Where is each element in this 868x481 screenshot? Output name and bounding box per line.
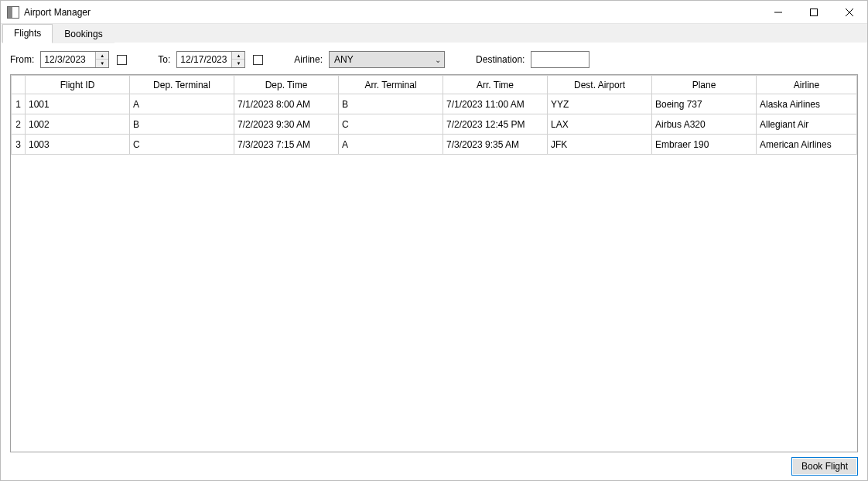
cell-airline[interactable]: American Airlines bbox=[757, 135, 857, 155]
cell-arr-time[interactable]: 7/3/2023 9:35 AM bbox=[443, 135, 548, 155]
row-number: 2 bbox=[12, 114, 26, 135]
cell-arr-terminal[interactable]: B bbox=[339, 94, 443, 114]
close-icon bbox=[846, 9, 853, 16]
cell-arr-terminal[interactable]: C bbox=[339, 114, 443, 135]
maximize-button[interactable] bbox=[796, 1, 832, 24]
minimize-icon bbox=[774, 9, 782, 16]
to-date-spinner: ▲ ▼ bbox=[231, 52, 244, 67]
from-label: From: bbox=[10, 54, 34, 65]
cell-airline[interactable]: Allegiant Air bbox=[757, 114, 857, 135]
grid-header-row: Flight ID Dep. Terminal Dep. Time Arr. T… bbox=[12, 76, 857, 94]
col-airline[interactable]: Airline bbox=[757, 76, 857, 94]
cell-dep-time[interactable]: 7/2/2023 9:30 AM bbox=[234, 114, 339, 135]
book-flight-button[interactable]: Book Flight bbox=[791, 457, 858, 476]
cell-arr-terminal[interactable]: A bbox=[339, 135, 443, 155]
table-row[interactable]: 3 1003 C 7/3/2023 7:15 AM A 7/3/2023 9:3… bbox=[12, 135, 857, 155]
grid-corner bbox=[12, 76, 26, 94]
col-plane[interactable]: Plane bbox=[652, 76, 757, 94]
tab-content: From: ▲ ▼ To: ▲ ▼ Airline: ANY ⌄ Destina… bbox=[1, 43, 867, 481]
destination-label: Destination: bbox=[476, 54, 525, 65]
from-date-up-button[interactable]: ▲ bbox=[96, 52, 108, 60]
col-arr-time[interactable]: Arr. Time bbox=[443, 76, 548, 94]
from-date-spinner: ▲ ▼ bbox=[95, 52, 108, 67]
cell-flight-id[interactable]: 1002 bbox=[26, 114, 130, 135]
cell-flight-id[interactable]: 1003 bbox=[26, 135, 130, 155]
airline-dropdown-value: ANY bbox=[334, 54, 354, 65]
to-date-field[interactable]: ▲ ▼ bbox=[176, 51, 245, 68]
to-date-up-button[interactable]: ▲ bbox=[232, 52, 244, 60]
app-icon bbox=[7, 6, 19, 19]
col-dest-airport[interactable]: Dest. Airport bbox=[548, 76, 652, 94]
col-dep-time[interactable]: Dep. Time bbox=[234, 76, 339, 94]
to-date-input[interactable] bbox=[177, 52, 231, 67]
table-row[interactable]: 2 1002 B 7/2/2023 9:30 AM C 7/2/2023 12:… bbox=[12, 114, 857, 135]
chevron-down-icon: ⌄ bbox=[435, 56, 441, 64]
filter-bar: From: ▲ ▼ To: ▲ ▼ Airline: ANY ⌄ Destina… bbox=[10, 51, 858, 68]
svg-rect-1 bbox=[811, 9, 818, 15]
from-date-checkbox[interactable] bbox=[117, 55, 127, 65]
cell-dep-terminal[interactable]: A bbox=[130, 94, 234, 114]
grid-empty-area bbox=[11, 155, 857, 452]
row-number: 1 bbox=[12, 94, 26, 114]
cell-arr-time[interactable]: 7/2/2023 12:45 PM bbox=[443, 114, 548, 135]
footer-bar: Book Flight bbox=[10, 452, 858, 476]
row-number: 3 bbox=[12, 135, 26, 155]
tab-flights[interactable]: Flights bbox=[2, 24, 53, 43]
col-dep-terminal[interactable]: Dep. Terminal bbox=[130, 76, 234, 94]
cell-plane[interactable]: Boeing 737 bbox=[652, 94, 757, 114]
airline-dropdown[interactable]: ANY ⌄ bbox=[329, 51, 445, 68]
cell-dep-time[interactable]: 7/3/2023 7:15 AM bbox=[234, 135, 339, 155]
cell-dep-time[interactable]: 7/1/2023 8:00 AM bbox=[234, 94, 339, 114]
flights-grid[interactable]: Flight ID Dep. Terminal Dep. Time Arr. T… bbox=[11, 75, 857, 155]
window-titlebar: Airport Manager bbox=[1, 1, 867, 24]
from-date-down-button[interactable]: ▼ bbox=[96, 60, 108, 67]
cell-dep-terminal[interactable]: C bbox=[130, 135, 234, 155]
table-row[interactable]: 1 1001 A 7/1/2023 8:00 AM B 7/1/2023 11:… bbox=[12, 94, 857, 114]
to-date-checkbox[interactable] bbox=[253, 55, 263, 65]
col-flight-id[interactable]: Flight ID bbox=[26, 76, 130, 94]
maximize-icon bbox=[810, 9, 818, 16]
to-date-down-button[interactable]: ▼ bbox=[232, 60, 244, 67]
cell-flight-id[interactable]: 1001 bbox=[26, 94, 130, 114]
to-label: To: bbox=[158, 54, 170, 65]
minimize-button[interactable] bbox=[760, 1, 796, 24]
cell-plane[interactable]: Embraer 190 bbox=[652, 135, 757, 155]
cell-dep-terminal[interactable]: B bbox=[130, 114, 234, 135]
tab-bookings[interactable]: Bookings bbox=[53, 25, 114, 43]
from-date-input[interactable] bbox=[41, 52, 95, 67]
cell-dest-airport[interactable]: LAX bbox=[548, 114, 652, 135]
close-button[interactable] bbox=[832, 1, 867, 24]
window-title: Airport Manager bbox=[24, 7, 91, 18]
flights-grid-container: Flight ID Dep. Terminal Dep. Time Arr. T… bbox=[10, 74, 858, 452]
cell-plane[interactable]: Airbus A320 bbox=[652, 114, 757, 135]
tab-bar: Flights Bookings bbox=[1, 24, 867, 43]
cell-dest-airport[interactable]: YYZ bbox=[548, 94, 652, 114]
cell-airline[interactable]: Alaska Airlines bbox=[757, 94, 857, 114]
cell-arr-time[interactable]: 7/1/2023 11:00 AM bbox=[443, 94, 548, 114]
airline-label: Airline: bbox=[294, 54, 323, 65]
col-arr-terminal[interactable]: Arr. Terminal bbox=[339, 76, 443, 94]
destination-input[interactable] bbox=[531, 51, 589, 68]
from-date-field[interactable]: ▲ ▼ bbox=[40, 51, 109, 68]
cell-dest-airport[interactable]: JFK bbox=[548, 135, 652, 155]
